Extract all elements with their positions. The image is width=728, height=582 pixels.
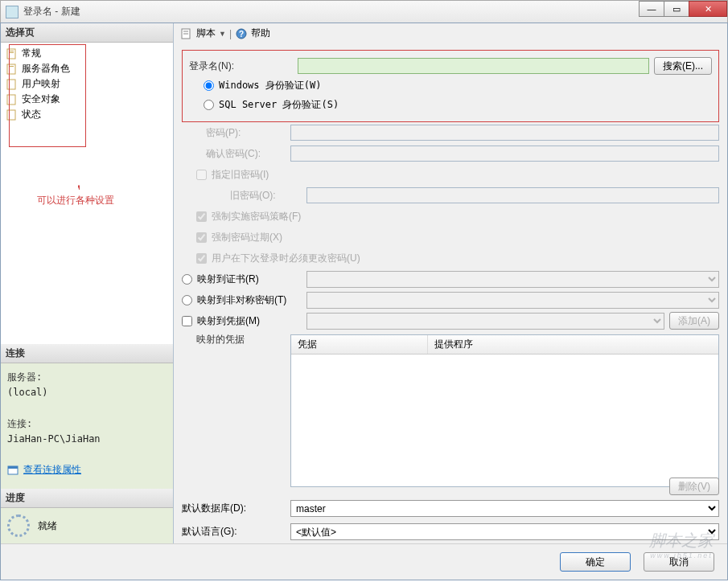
svg-rect-11: [8, 466, 18, 469]
progress-panel: 就绪: [1, 508, 173, 543]
confirm-password-input: [290, 146, 719, 162]
password-input: [290, 125, 719, 141]
help-icon: ?: [235, 27, 248, 40]
default-lang-label: 默认语言(G):: [182, 525, 290, 539]
page-icon: [6, 79, 19, 90]
sidebar-item-status[interactable]: 状态: [6, 107, 168, 122]
sidebar-item-server-roles[interactable]: 服务器角色: [6, 61, 168, 76]
help-button[interactable]: 帮助: [251, 27, 270, 40]
confirm-password-label: 确认密码(C):: [182, 147, 290, 161]
enforce-policy-checkbox: 强制实施密码策略(F): [196, 210, 301, 223]
sidebar-item-securables[interactable]: 安全对象: [6, 92, 168, 107]
sql-auth-radio[interactable]: SQL Server 身份验证(S): [204, 98, 339, 112]
script-dropdown-icon[interactable]: ▼: [219, 30, 226, 38]
page-icon: [6, 48, 19, 59]
login-highlight-frame: 登录名(N): 搜索(E)... Windows 身份验证(W) SQL Ser…: [182, 50, 719, 122]
progress-spinner-icon: [7, 514, 30, 537]
select-page-header: 选择页: [1, 23, 173, 43]
map-cert-radio[interactable]: 映射到证书(R): [182, 273, 306, 286]
sidebar-item-label: 状态: [22, 108, 41, 121]
cancel-button[interactable]: 取消: [644, 552, 714, 572]
dialog-footer: 确定 取消: [1, 543, 727, 580]
windows-auth-radio[interactable]: Windows 身份验证(W): [204, 79, 321, 92]
map-cred-combo: [306, 313, 664, 330]
sidebar-item-user-mapping[interactable]: 用户映射: [6, 76, 168, 92]
sidebar-item-general[interactable]: 常规: [6, 46, 168, 61]
view-connection-properties-link[interactable]: 查看连接属性: [7, 462, 81, 477]
script-icon: [180, 27, 193, 40]
connection-value: JiaHan-PC\JiaHan: [7, 432, 167, 447]
sidebar-item-label: 服务器角色: [22, 62, 70, 76]
col-provider: 提供程序: [428, 335, 718, 354]
map-cert-combo: [306, 271, 719, 288]
minimize-button[interactable]: —: [639, 1, 664, 17]
maximize-button[interactable]: ▭: [664, 1, 689, 17]
connection-panel: 服务器: (local) 连接: JiaHan-PC\JiaHan 查看连接属性: [1, 363, 173, 489]
page-icon: [6, 94, 19, 105]
map-asym-combo: [306, 292, 719, 309]
annotation-arrow: [78, 146, 80, 190]
col-credential: 凭据: [291, 335, 428, 354]
progress-header: 进度: [1, 489, 173, 508]
properties-icon: [7, 465, 20, 476]
content-area: 脚本 ▼ | ? 帮助 登录名(N): 搜索(E)... Windows 身份验…: [174, 23, 727, 543]
svg-rect-6: [9, 66, 14, 67]
page-icon: [6, 64, 19, 75]
svg-rect-8: [7, 95, 15, 105]
login-name-label: 登录名(N):: [189, 59, 298, 73]
svg-rect-4: [9, 52, 14, 53]
svg-rect-2: [7, 49, 15, 59]
svg-rect-7: [7, 80, 15, 89]
map-cred-checkbox[interactable]: 映射到凭据(M): [182, 314, 306, 328]
close-button[interactable]: ✕: [689, 1, 727, 17]
delete-cred-button: 删除(V): [669, 477, 719, 495]
login-name-input[interactable]: [298, 58, 649, 74]
old-password-label: 旧密码(O):: [198, 189, 306, 203]
old-password-input: [306, 187, 719, 203]
ok-button[interactable]: 确定: [560, 552, 631, 572]
default-lang-combo[interactable]: <默认值>: [290, 523, 719, 540]
sidebar-item-label: 常规: [22, 47, 41, 60]
specify-old-checkbox: 指定旧密码(I): [196, 168, 269, 182]
server-value: (local): [7, 385, 167, 400]
sidebar: 选择页 可以进行各种设置 常规 服务器角色 用户映射 安全对象 状态 连接 服务…: [1, 23, 174, 543]
default-db-combo[interactable]: master: [290, 500, 719, 517]
toolbar: 脚本 ▼ | ? 帮助: [174, 23, 727, 43]
enforce-expire-checkbox: 强制密码过期(X): [196, 231, 282, 244]
connection-header: 连接: [1, 344, 173, 363]
svg-marker-1: [78, 186, 80, 190]
svg-rect-5: [7, 64, 15, 74]
add-cred-button: 添加(A): [669, 312, 719, 330]
page-icon: [6, 109, 19, 121]
script-button[interactable]: 脚本: [196, 27, 216, 40]
must-change-checkbox: 用户在下次登录时必须更改密码(U): [196, 252, 360, 265]
search-button[interactable]: 搜索(E)...: [654, 57, 712, 75]
map-asym-radio[interactable]: 映射到非对称密钥(T): [182, 293, 306, 307]
password-label: 密码(P):: [182, 126, 290, 140]
title-bar: 登录名 - 新建 — ▭ ✕: [0, 0, 728, 23]
default-db-label: 默认数据库(D):: [182, 502, 290, 515]
mapped-cred-label: 映射的凭据: [182, 333, 290, 346]
svg-rect-3: [9, 51, 14, 51]
connection-label: 连接:: [7, 416, 167, 432]
svg-text:?: ?: [239, 30, 244, 39]
server-label: 服务器:: [7, 370, 167, 385]
progress-status: 就绪: [38, 519, 57, 533]
sidebar-item-label: 安全对象: [22, 92, 60, 106]
annotation-text: 可以进行各种设置: [37, 194, 114, 207]
sidebar-item-label: 用户映射: [22, 77, 60, 91]
select-page-panel: 可以进行各种设置 常规 服务器角色 用户映射 安全对象 状态: [1, 43, 173, 344]
window-title: 登录名 - 新建: [23, 5, 640, 18]
credentials-grid: 凭据 提供程序: [290, 334, 719, 487]
app-icon: [6, 6, 19, 18]
svg-rect-9: [7, 110, 15, 120]
